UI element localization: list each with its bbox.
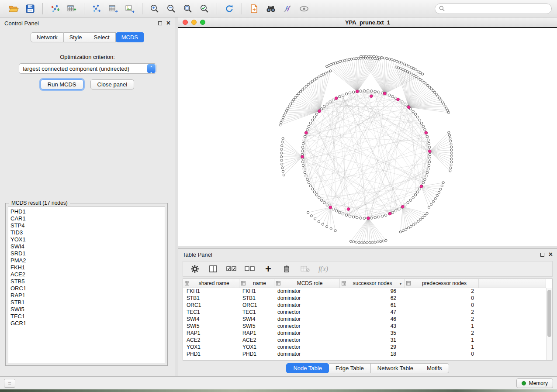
- network-node[interactable]: [349, 215, 351, 217]
- network-node[interactable]: [424, 214, 426, 217]
- horizontal-splitter[interactable]: [178, 246, 557, 249]
- network-node[interactable]: [284, 112, 287, 114]
- network-node[interactable]: [429, 157, 431, 160]
- mcds-result-item[interactable]: RAP1: [10, 292, 163, 299]
- network-node[interactable]: [343, 59, 346, 62]
- mcds-result-item[interactable]: TID3: [10, 229, 163, 236]
- network-node[interactable]: [281, 163, 283, 165]
- network-node[interactable]: [322, 73, 325, 76]
- graphics-filter-button[interactable]: [279, 2, 296, 16]
- network-node-dominator[interactable]: [335, 97, 338, 100]
- network-node[interactable]: [450, 140, 452, 142]
- network-node[interactable]: [304, 135, 306, 138]
- network-node[interactable]: [402, 230, 404, 232]
- column-header-successor-nodes[interactable]: successor nodes: [339, 279, 404, 288]
- tab-network-table[interactable]: Network Table: [371, 363, 420, 373]
- network-node[interactable]: [374, 217, 377, 219]
- network-node[interactable]: [303, 168, 305, 170]
- search-input[interactable]: [447, 6, 547, 12]
- network-node[interactable]: [412, 224, 415, 226]
- network-node[interactable]: [450, 158, 453, 160]
- network-node[interactable]: [315, 194, 318, 196]
- network-graph[interactable]: [178, 29, 557, 246]
- network-node[interactable]: [301, 146, 304, 149]
- network-node[interactable]: [365, 55, 367, 57]
- network-node[interactable]: [311, 119, 314, 121]
- network-node[interactable]: [306, 128, 309, 131]
- network-node[interactable]: [280, 159, 283, 162]
- network-node[interactable]: [429, 153, 431, 156]
- network-node[interactable]: [329, 101, 332, 103]
- toolbar-search-box[interactable]: [435, 3, 552, 14]
- network-node[interactable]: [377, 216, 380, 218]
- network-node[interactable]: [395, 66, 397, 68]
- network-node[interactable]: [345, 214, 348, 217]
- network-node[interactable]: [318, 196, 321, 199]
- network-node[interactable]: [432, 200, 434, 203]
- network-node[interactable]: [438, 191, 440, 193]
- network-node[interactable]: [429, 86, 431, 88]
- network-node[interactable]: [416, 191, 419, 193]
- network-node-dominator[interactable]: [304, 131, 308, 134]
- network-node[interactable]: [328, 64, 330, 66]
- network-node[interactable]: [412, 110, 415, 113]
- network-node[interactable]: [281, 141, 284, 143]
- network-node[interactable]: [332, 208, 335, 210]
- network-node[interactable]: [394, 210, 397, 212]
- network-node[interactable]: [280, 152, 282, 154]
- network-node[interactable]: [439, 188, 442, 190]
- network-node[interactable]: [287, 107, 289, 110]
- network-node[interactable]: [425, 175, 428, 177]
- network-node[interactable]: [420, 122, 423, 124]
- network-node-dominator[interactable]: [367, 217, 370, 220]
- network-node[interactable]: [412, 196, 415, 199]
- network-node[interactable]: [323, 105, 326, 108]
- network-node[interactable]: [427, 168, 429, 170]
- network-node[interactable]: [282, 117, 284, 119]
- mcds-result-item[interactable]: FKH1: [10, 264, 163, 271]
- network-node[interactable]: [449, 137, 451, 139]
- network-node[interactable]: [414, 113, 417, 116]
- network-node-dominator[interactable]: [318, 110, 321, 113]
- network-node[interactable]: [308, 125, 310, 128]
- network-node[interactable]: [441, 101, 443, 103]
- network-node[interactable]: [358, 241, 360, 244]
- network-node[interactable]: [281, 119, 283, 121]
- network-node[interactable]: [411, 73, 413, 75]
- network-node[interactable]: [320, 199, 323, 202]
- network-node[interactable]: [318, 76, 320, 78]
- network-node[interactable]: [434, 197, 436, 199]
- network-node[interactable]: [448, 131, 450, 134]
- mcds-result-item[interactable]: PHD1: [10, 208, 163, 215]
- network-node[interactable]: [282, 137, 284, 139]
- network-node[interactable]: [303, 139, 305, 141]
- network-node[interactable]: [436, 194, 438, 196]
- network-node[interactable]: [309, 82, 311, 84]
- network-node[interactable]: [422, 73, 424, 75]
- network-node[interactable]: [438, 97, 440, 99]
- network-node[interactable]: [307, 83, 309, 86]
- export-network-button[interactable]: [88, 2, 105, 16]
- network-node[interactable]: [305, 175, 308, 177]
- deselect-all-rows-button[interactable]: [242, 262, 257, 275]
- network-node[interactable]: [422, 182, 425, 184]
- network-node[interactable]: [428, 142, 430, 145]
- network-node[interactable]: [391, 95, 394, 98]
- network-node[interactable]: [444, 105, 446, 107]
- network-node[interactable]: [383, 57, 385, 59]
- network-node[interactable]: [332, 63, 334, 65]
- column-header-shared-name[interactable]: shared name: [183, 279, 239, 288]
- mcds-result-item[interactable]: GCR1: [10, 320, 163, 327]
- network-node[interactable]: [302, 164, 304, 167]
- node-table-row[interactable]: YOX1YOX1connector291: [183, 344, 546, 351]
- network-node[interactable]: [424, 178, 426, 181]
- network-node[interactable]: [318, 220, 320, 223]
- network-node[interactable]: [445, 107, 447, 109]
- column-header-name[interactable]: name: [239, 279, 274, 288]
- network-node[interactable]: [422, 217, 424, 219]
- network-node[interactable]: [327, 71, 329, 73]
- network-node[interactable]: [450, 161, 453, 163]
- refresh-view-button[interactable]: [221, 2, 238, 16]
- network-node[interactable]: [326, 65, 328, 68]
- network-node[interactable]: [303, 87, 305, 89]
